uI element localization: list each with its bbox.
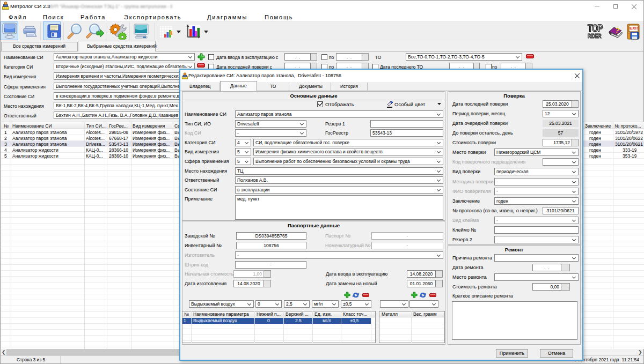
svg-text:EXIT: EXIT xyxy=(630,26,639,31)
